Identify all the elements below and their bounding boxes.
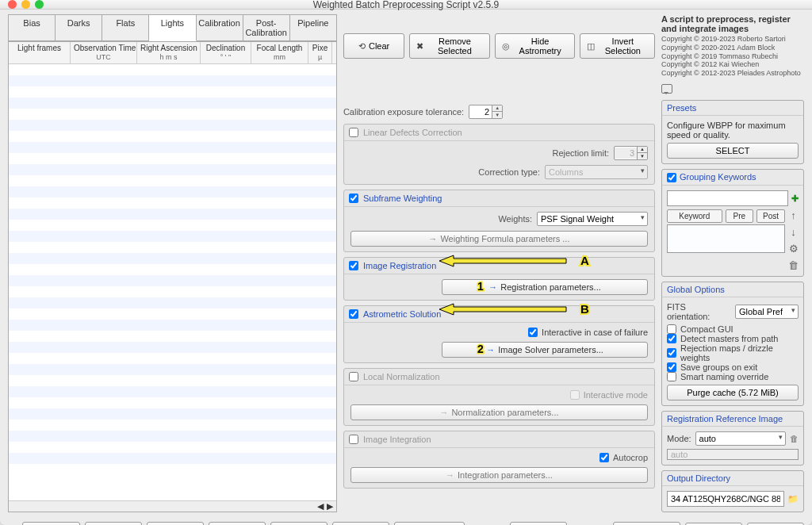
add-directory-button[interactable]: ✚Directory <box>22 522 80 525</box>
registration-params-label: Registration parameters... <box>500 282 601 292</box>
global-option: Rejection maps / drizzle weights <box>667 343 799 362</box>
move-down-icon[interactable]: ↓ <box>791 226 796 238</box>
trash-icon[interactable]: 🗑 <box>790 434 799 443</box>
spin-down-icon: ▼ <box>638 153 647 160</box>
keyword-list[interactable] <box>667 224 785 253</box>
col-header[interactable]: Light frames <box>9 42 71 63</box>
table-scrollbar[interactable]: ◀ ▶ <box>9 500 336 512</box>
fits-orientation-select[interactable]: Global Pref <box>735 305 799 319</box>
diagnostics-button[interactable]: ⚙Diagnostics <box>613 522 680 525</box>
remove-selected-button[interactable]: ✖Remove Selected <box>409 33 489 59</box>
weighting-params-button[interactable]: →Weighting Formula parameters ... <box>350 231 648 247</box>
col-keyword[interactable]: Keyword <box>667 209 722 223</box>
col-header[interactable]: Focal Lengthmm <box>251 42 308 63</box>
option-label: Rejection maps / drizzle weights <box>680 343 799 362</box>
table-row <box>9 86 336 98</box>
global-option: Smart naming override <box>667 372 799 381</box>
table-row <box>9 364 336 375</box>
reset-button[interactable]: ↻Reset <box>510 522 567 525</box>
tab-pipeline[interactable]: Pipeline <box>290 15 336 41</box>
image-registration-panel: Image Registration →Registration paramet… <box>343 257 655 301</box>
scroll-right-icon[interactable]: ▶ <box>327 501 333 512</box>
add-darks-button[interactable]: ✚Darks <box>209 522 266 525</box>
autocrop-checkbox[interactable] <box>599 453 609 462</box>
tab-flats[interactable]: Flats <box>102 15 149 41</box>
output-directory-input[interactable] <box>667 491 784 507</box>
option-checkbox[interactable] <box>667 348 676 358</box>
interactive-failure-label: Interactive in case of failure <box>542 328 648 337</box>
col-pre[interactable]: Pre <box>726 209 754 223</box>
tab-calibration[interactable]: Calibration <box>197 15 243 41</box>
registration-reference-group: Registration Reference Image Mode:auto🗑 <box>661 411 804 466</box>
copyright-block: Copyright © 2019-2023 Roberto SartoriCop… <box>661 35 804 78</box>
titlebar: Weighted Batch Preprocessing Script v2.5… <box>0 0 812 10</box>
presets-select-label: SELECT <box>716 146 750 155</box>
run-button[interactable]: ⏻Run <box>685 523 742 525</box>
image-integration-panel: Image Integration Autocrop →Integration … <box>343 431 655 489</box>
comment-icon[interactable] <box>661 84 672 94</box>
image-integration-checkbox[interactable] <box>349 435 358 444</box>
table-row <box>9 308 336 320</box>
output-directory-group: Output Directory 📁 <box>661 470 804 512</box>
invert-selection-button[interactable]: ◫Invert Selection <box>580 33 655 59</box>
add-custom-button[interactable]: ▭Add Custom <box>394 522 465 525</box>
scroll-left-icon[interactable]: ◀ <box>317 501 324 512</box>
image-solver-params-button[interactable]: →Image Solver parameters... <box>442 342 648 358</box>
hide-astrometry-button[interactable]: ◎Hide Astrometry <box>495 33 575 59</box>
local-normalization-checkbox[interactable] <box>349 372 358 381</box>
add-bias-button[interactable]: ✚Bias <box>147 522 204 525</box>
add-flats-button[interactable]: ✚Flats <box>270 522 327 525</box>
astrometric-solution-checkbox[interactable] <box>349 309 358 319</box>
interactive-failure-checkbox[interactable] <box>528 328 538 337</box>
keyword-input[interactable] <box>667 190 788 206</box>
col-header[interactable]: Right Ascensionh m s <box>137 42 201 63</box>
cal-tol-input[interactable] <box>469 106 492 117</box>
spin-up-icon[interactable]: ▲ <box>492 105 502 112</box>
col-header[interactable]: Pixeµ <box>308 42 332 63</box>
add-files-button[interactable]: ✚Files <box>85 522 142 525</box>
clear-button[interactable]: ⟲Clear <box>343 33 404 59</box>
cal-tol-spinner[interactable]: ▲▼ <box>469 105 503 119</box>
option-checkbox[interactable] <box>667 362 676 372</box>
copyright-line: Copyright © 2019 Tommaso Rubechi <box>661 52 804 61</box>
tab-lights[interactable]: Lights <box>149 15 196 41</box>
regref-mode-select[interactable]: auto <box>695 431 786 446</box>
table-row <box>9 275 336 286</box>
folder-icon[interactable]: 📁 <box>787 494 799 504</box>
table-row <box>9 231 336 242</box>
grouping-keywords-checkbox[interactable] <box>667 173 676 182</box>
move-up-icon[interactable]: ↑ <box>791 209 796 221</box>
option-checkbox[interactable] <box>667 372 676 381</box>
tab-post-calibration[interactable]: Post-Calibration <box>243 15 290 41</box>
exit-button[interactable]: ✕Exit <box>747 523 804 525</box>
option-checkbox[interactable] <box>667 324 676 334</box>
tab-bias[interactable]: Bias <box>9 15 56 41</box>
presets-select-button[interactable]: SELECT <box>667 143 799 159</box>
tab-darks[interactable]: Darks <box>56 15 102 41</box>
gear-icon[interactable]: ⚙ <box>789 243 799 255</box>
purge-cache-label: Purge cache (5.72 MiB) <box>687 388 779 397</box>
col-post[interactable]: Post <box>756 209 785 223</box>
image-registration-title: Image Registration <box>363 261 436 270</box>
rejection-limit-spinner: ▲▼ <box>614 146 648 160</box>
regref-mode-label: Mode: <box>667 434 691 443</box>
subframe-weighting-title: Subframe Weighting <box>363 194 442 203</box>
weights-select[interactable]: PSF Signal Weight <box>537 212 648 226</box>
col-header[interactable]: Observation TimeUTC <box>71 42 137 63</box>
add-keyword-icon[interactable]: ✚ <box>791 194 799 204</box>
table-row <box>9 153 336 164</box>
option-checkbox[interactable] <box>667 334 676 343</box>
linear-defects-checkbox[interactable] <box>349 128 358 137</box>
table-row <box>9 120 336 131</box>
interactive-mode-checkbox <box>570 390 580 400</box>
purge-cache-button[interactable]: Purge cache (5.72 MiB) <box>667 385 799 400</box>
add-lights-button[interactable]: ✚Lights <box>332 522 389 525</box>
col-header[interactable]: Declination° ' " <box>201 42 251 63</box>
image-registration-checkbox[interactable] <box>349 261 358 270</box>
weights-label: Weights: <box>498 214 532 224</box>
spin-down-icon[interactable]: ▼ <box>492 112 502 119</box>
subframe-weighting-checkbox[interactable] <box>349 194 358 203</box>
registration-params-button[interactable]: →Registration parameters... <box>442 279 648 295</box>
trash-icon[interactable]: 🗑 <box>788 259 799 271</box>
option-label: Save groups on exit <box>680 362 757 372</box>
